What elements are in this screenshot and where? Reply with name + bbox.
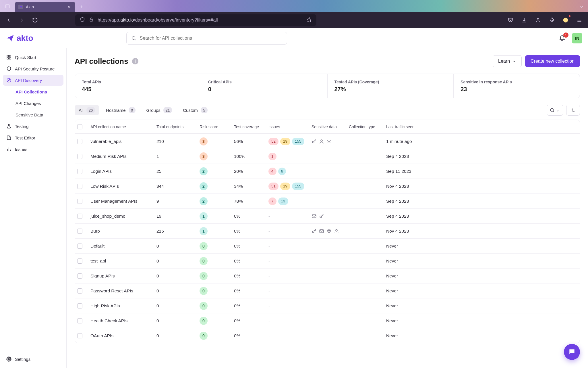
tab-custom[interactable]: Custom 5 <box>179 105 212 115</box>
cell-issues: - <box>268 229 312 234</box>
sidebar-item-issues[interactable]: Issues <box>3 144 63 155</box>
tab-close-button[interactable] <box>66 4 72 10</box>
select-all-checkbox[interactable] <box>77 124 82 129</box>
table-row[interactable]: Default 0 0 0% - Never <box>75 238 580 253</box>
tabs-dropdown[interactable] <box>578 3 586 11</box>
nav-reload-button[interactable] <box>30 16 40 25</box>
issue-pill: 6 <box>278 168 286 175</box>
sidebar-item-api-changes[interactable]: API Changes <box>3 98 63 109</box>
table-row[interactable]: test_api 0 0 0% - Never <box>75 253 580 268</box>
col-last[interactable]: Last traffic seen <box>386 124 418 129</box>
table-row[interactable]: OAuth APIs 0 0 0% - Never <box>75 328 580 343</box>
account-icon[interactable] <box>533 16 543 25</box>
tab-count: 21 <box>163 107 172 113</box>
sidebar-item-api-collections[interactable]: API Collections <box>3 86 63 97</box>
sidebar-item-sensitive-data[interactable]: Sensitive Data <box>3 109 63 120</box>
col-type[interactable]: Collection type <box>349 124 386 129</box>
issue-pill: 19 <box>280 138 290 145</box>
row-checkbox[interactable] <box>77 154 82 159</box>
cell-issues: - <box>268 333 312 338</box>
table-row[interactable]: Login APIs 25 2 20% 46 Sep 11 2023 <box>75 164 580 179</box>
sidebar-item-test-editor[interactable]: Test Editor <box>3 132 63 143</box>
col-risk[interactable]: Risk score <box>200 124 234 129</box>
row-checkbox[interactable] <box>77 184 82 189</box>
create-collection-button[interactable]: Create new collection <box>525 55 580 67</box>
col-issues[interactable]: Issues <box>268 124 312 129</box>
pocket-icon[interactable] <box>506 16 515 25</box>
svg-point-10 <box>563 18 568 23</box>
search-box[interactable] <box>126 32 287 45</box>
table-row[interactable]: User Management APIs 9 2 78% 713 Sep 4 2… <box>75 193 580 208</box>
logo[interactable]: akto <box>6 34 33 43</box>
browser-tab-active[interactable]: Akto <box>15 2 75 12</box>
col-endpoints[interactable]: Total endpoints <box>156 124 200 129</box>
nav-forward-button[interactable] <box>17 16 26 25</box>
tab-groups[interactable]: Groups 21 <box>142 105 176 115</box>
row-checkbox[interactable] <box>77 244 82 249</box>
table-row[interactable]: High Risk APIs 0 0 0% - Never <box>75 298 580 313</box>
col-sensitive[interactable]: Sensitive data <box>312 124 349 129</box>
url-bar[interactable]: https://app.akto.io/dashboard/observe/in… <box>75 14 316 26</box>
cell-endpoints: 344 <box>156 184 200 189</box>
cell-last: Sep 11 2023 <box>386 169 418 174</box>
notifications-button[interactable]: 1 <box>559 34 567 42</box>
downloads-icon[interactable] <box>520 16 529 25</box>
tab-hostname[interactable]: Hostname 0 <box>102 105 139 115</box>
sort-button[interactable] <box>566 105 580 116</box>
cell-last: Never <box>386 333 418 338</box>
sidebar-item-testing[interactable]: Testing <box>3 121 63 132</box>
row-checkbox[interactable] <box>77 229 82 234</box>
cell-last: Never <box>386 258 418 264</box>
row-checkbox[interactable] <box>77 318 82 323</box>
table-row[interactable]: juice_shop_demo 19 1 0% - Sep 4 2023 <box>75 208 580 223</box>
sidebar-item-label: API Collections <box>16 89 47 94</box>
row-checkbox[interactable] <box>77 288 82 294</box>
avatar[interactable]: IN <box>572 33 582 43</box>
browser-toolbar-right <box>506 16 584 25</box>
info-icon[interactable]: i <box>132 58 138 64</box>
sidebar-item-api-security-posture[interactable]: API Security Posture <box>3 63 63 74</box>
svg-line-15 <box>135 39 136 40</box>
sidebar-item-quick-start[interactable]: Quick Start <box>3 52 63 63</box>
svg-rect-17 <box>9 55 11 57</box>
row-checkbox[interactable] <box>77 258 82 264</box>
cell-coverage: 0% <box>234 258 268 264</box>
table-row[interactable]: Burp 216 1 0% - Nov 4 2023 <box>75 223 580 238</box>
extensions-icon[interactable] <box>547 16 556 25</box>
row-checkbox[interactable] <box>77 273 82 279</box>
row-checkbox[interactable] <box>77 333 82 338</box>
browser-sidebar-toggle[interactable] <box>3 2 11 10</box>
learn-button[interactable]: Learn <box>493 55 522 67</box>
cell-endpoints: 0 <box>156 288 200 294</box>
bookmark-star-icon[interactable] <box>307 17 312 23</box>
row-checkbox[interactable] <box>77 214 82 219</box>
cell-coverage: 0% <box>234 273 268 279</box>
table-row[interactable]: Signup APIs 0 0 0% - Never <box>75 268 580 283</box>
row-checkbox[interactable] <box>77 169 82 174</box>
chat-fab[interactable] <box>564 344 580 360</box>
sidebar-item-api-discovery[interactable]: API Discovery <box>3 75 63 86</box>
sidebar-item-settings[interactable]: Settings <box>3 354 63 365</box>
issue-pill: 52 <box>268 138 278 145</box>
table-row[interactable]: Medium Risk APIs 1 3 100% 1 Sep 4 2023 <box>75 149 580 164</box>
search-filter-button[interactable] <box>547 105 563 116</box>
col-name[interactable]: API collection name <box>90 124 156 129</box>
table-row[interactable]: vulnerable_apis 210 3 56% 5219155 1 minu… <box>75 134 580 149</box>
hamburger-menu-icon[interactable] <box>575 16 584 25</box>
col-coverage[interactable]: Test coverage <box>234 124 268 129</box>
new-tab-button[interactable] <box>78 3 86 11</box>
row-checkbox[interactable] <box>77 303 82 308</box>
nav-back-button[interactable] <box>4 16 13 25</box>
search-input[interactable] <box>140 36 282 41</box>
svg-point-38 <box>328 230 330 231</box>
pinned-extension-icon[interactable] <box>561 16 570 25</box>
cell-issues: 5219155 <box>268 138 312 145</box>
cell-coverage: 0% <box>234 333 268 338</box>
table-row[interactable]: Health Check APIs 0 0 0% - Never <box>75 313 580 328</box>
row-checkbox[interactable] <box>77 139 82 144</box>
row-checkbox[interactable] <box>77 199 82 204</box>
table-row[interactable]: Low Risk APIs 344 2 34% 5119155 Nov 4 20… <box>75 179 580 193</box>
sensitive-data-icons <box>312 139 349 144</box>
table-row[interactable]: Password Reset APIs 0 0 0% - Never <box>75 283 580 298</box>
tab-all[interactable]: All 26 <box>75 105 99 115</box>
